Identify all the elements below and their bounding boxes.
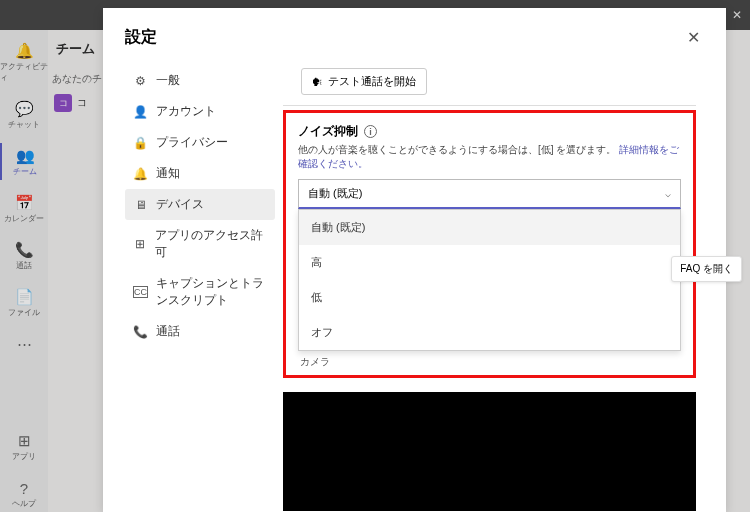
gear-icon: ⚙ [133,74,148,88]
chevron-down-icon: ⌵ [665,188,671,199]
lock-icon: 🔒 [133,136,148,150]
nav-privacy[interactable]: 🔒プライバシー [125,127,275,158]
option-off[interactable]: オフ [299,315,680,350]
cc-icon: CC [133,286,148,298]
option-auto[interactable]: 自動 (既定) [299,210,680,245]
camera-section-cut: カメラ [298,351,681,369]
phone-icon: 📞 [133,325,148,339]
person-voice-icon: 🗣 [312,76,323,88]
nav-app-permissions[interactable]: ⊞アプリのアクセス許可 [125,220,275,268]
nav-devices[interactable]: 🖥デバイス [125,189,275,220]
test-call-button[interactable]: 🗣テスト通話を開始 [301,68,427,95]
noise-suppression-select[interactable]: 自動 (既定) ⌵ [298,179,681,209]
nav-calls[interactable]: 📞通話 [125,316,275,347]
modal-title: 設定 [125,27,157,48]
bell-icon: 🔔 [133,167,148,181]
device-icon: 🖥 [133,198,148,212]
nav-notifications[interactable]: 🔔通知 [125,158,275,189]
option-high[interactable]: 高 [299,245,680,280]
nav-general[interactable]: ⚙一般 [125,65,275,96]
close-icon[interactable]: ✕ [683,24,704,51]
select-value: 自動 (既定) [308,186,362,201]
settings-modal: 設定 ✕ ⚙一般 👤アカウント 🔒プライバシー 🔔通知 🖥デバイス ⊞アプリのア… [103,8,726,512]
nav-account[interactable]: 👤アカウント [125,96,275,127]
settings-nav: ⚙一般 👤アカウント 🔒プライバシー 🔔通知 🖥デバイス ⊞アプリのアクセス許可… [125,65,275,511]
info-icon[interactable]: i [364,125,377,138]
noise-suppression-dropdown: 自動 (既定) 高 低 オフ [298,209,681,351]
noise-suppression-title: ノイズ抑制 i [298,123,681,140]
camera-preview: プレビュー [283,392,696,511]
close-window-icon[interactable]: ✕ [732,8,742,22]
settings-content: 🗣テスト通話を開始 ノイズ抑制 i 他の人が音楽を聴くことができるようにする場合… [275,65,704,511]
apps-icon: ⊞ [133,237,147,251]
account-icon: 👤 [133,105,148,119]
nav-captions[interactable]: CCキャプションとトランスクリプト [125,268,275,316]
divider [283,105,696,106]
option-low[interactable]: 低 [299,280,680,315]
highlight-noise-suppression: ノイズ抑制 i 他の人が音楽を聴くことができるようにする場合は、[低] を選びま… [283,110,696,378]
open-faq-button[interactable]: FAQ を開く [671,256,742,282]
noise-suppression-desc: 他の人が音楽を聴くことができるようにする場合は、[低] を選びます。 詳細情報を… [298,143,681,171]
